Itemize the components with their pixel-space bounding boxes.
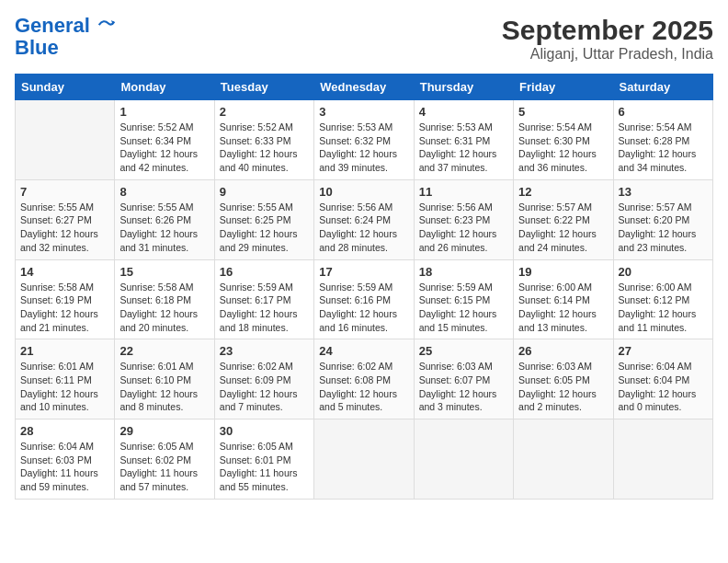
day-detail: Sunrise: 5:57 AM Sunset: 6:22 PM Dayligh… [518,201,608,255]
day-number: 21 [20,344,109,358]
calendar-cell: 29Sunrise: 6:05 AM Sunset: 6:02 PM Dayli… [115,419,214,500]
day-detail: Sunrise: 6:04 AM Sunset: 6:03 PM Dayligh… [20,440,109,494]
day-detail: Sunrise: 6:05 AM Sunset: 6:02 PM Dayligh… [119,440,209,494]
header-thursday: Thursday [414,75,513,100]
calendar-cell: 17Sunrise: 5:59 AM Sunset: 6:16 PM Dayli… [314,259,414,339]
calendar-cell [414,419,513,500]
calendar-cell: 16Sunrise: 5:59 AM Sunset: 6:17 PM Dayli… [214,259,313,339]
calendar-cell: 11Sunrise: 5:56 AM Sunset: 6:23 PM Dayli… [414,179,513,259]
logo-text: General [15,15,116,37]
header-monday: Monday [115,75,214,100]
month-title: September 2025 [502,15,713,46]
day-number: 5 [518,105,608,119]
day-number: 25 [419,344,508,358]
day-detail: Sunrise: 5:55 AM Sunset: 6:25 PM Dayligh… [220,201,309,255]
logo-blue: Blue [15,37,116,59]
calendar-cell: 20Sunrise: 6:00 AM Sunset: 6:12 PM Dayli… [613,259,712,339]
day-detail: Sunrise: 5:54 AM Sunset: 6:30 PM Dayligh… [518,121,608,175]
day-detail: Sunrise: 6:04 AM Sunset: 6:04 PM Dayligh… [619,360,708,414]
day-detail: Sunrise: 5:57 AM Sunset: 6:20 PM Dayligh… [619,201,708,255]
calendar-cell: 12Sunrise: 5:57 AM Sunset: 6:22 PM Dayli… [514,179,613,259]
day-detail: Sunrise: 5:55 AM Sunset: 6:27 PM Dayligh… [20,201,109,255]
day-detail: Sunrise: 5:59 AM Sunset: 6:16 PM Dayligh… [319,281,408,335]
day-number: 13 [619,185,708,199]
day-detail: Sunrise: 5:55 AM Sunset: 6:26 PM Dayligh… [119,201,209,255]
day-number: 2 [220,105,309,119]
day-number: 14 [20,265,109,279]
calendar-cell: 25Sunrise: 6:03 AM Sunset: 6:07 PM Dayli… [414,339,513,419]
day-number: 4 [419,105,508,119]
day-detail: Sunrise: 5:52 AM Sunset: 6:33 PM Dayligh… [220,121,309,175]
day-detail: Sunrise: 6:01 AM Sunset: 6:11 PM Dayligh… [20,360,109,414]
day-number: 10 [319,185,408,199]
header-friday: Friday [514,75,613,100]
calendar-cell: 7Sunrise: 5:55 AM Sunset: 6:27 PM Daylig… [16,179,115,259]
day-detail: Sunrise: 6:02 AM Sunset: 6:08 PM Dayligh… [319,360,408,414]
calendar-cell: 18Sunrise: 5:59 AM Sunset: 6:15 PM Dayli… [414,259,513,339]
location-subtitle: Aliganj, Uttar Pradesh, India [502,46,713,63]
day-number: 29 [119,424,209,438]
day-detail: Sunrise: 5:59 AM Sunset: 6:17 PM Dayligh… [220,281,309,335]
day-number: 26 [518,344,608,358]
calendar-cell: 14Sunrise: 5:58 AM Sunset: 6:19 PM Dayli… [16,259,115,339]
day-number: 23 [220,344,309,358]
day-detail: Sunrise: 5:52 AM Sunset: 6:34 PM Dayligh… [119,121,209,175]
header-sunday: Sunday [16,75,115,100]
calendar-cell: 28Sunrise: 6:04 AM Sunset: 6:03 PM Dayli… [16,419,115,500]
calendar-cell: 8Sunrise: 5:55 AM Sunset: 6:26 PM Daylig… [115,179,214,259]
day-number: 30 [220,424,309,438]
week-row-1: 1Sunrise: 5:52 AM Sunset: 6:34 PM Daylig… [16,100,713,180]
day-number: 22 [119,344,209,358]
calendar-cell: 26Sunrise: 6:03 AM Sunset: 6:05 PM Dayli… [514,339,613,419]
day-number: 8 [119,185,209,199]
day-detail: Sunrise: 5:56 AM Sunset: 6:24 PM Dayligh… [319,201,408,255]
day-detail: Sunrise: 5:54 AM Sunset: 6:28 PM Dayligh… [619,121,708,175]
calendar-cell: 3Sunrise: 5:53 AM Sunset: 6:32 PM Daylig… [314,100,414,180]
calendar-cell: 30Sunrise: 6:05 AM Sunset: 6:01 PM Dayli… [214,419,313,500]
calendar-cell: 23Sunrise: 6:02 AM Sunset: 6:09 PM Dayli… [214,339,313,419]
day-number: 15 [119,265,209,279]
calendar-header-row: SundayMondayTuesdayWednesdayThursdayFrid… [16,75,713,100]
week-row-5: 28Sunrise: 6:04 AM Sunset: 6:03 PM Dayli… [16,419,713,500]
logo: General Blue [15,15,116,59]
calendar-cell: 24Sunrise: 6:02 AM Sunset: 6:08 PM Dayli… [314,339,414,419]
day-number: 28 [20,424,109,438]
calendar-cell: 22Sunrise: 6:01 AM Sunset: 6:10 PM Dayli… [115,339,214,419]
calendar-cell [314,419,414,500]
day-detail: Sunrise: 5:53 AM Sunset: 6:32 PM Dayligh… [319,121,408,175]
day-detail: Sunrise: 6:03 AM Sunset: 6:05 PM Dayligh… [518,360,608,414]
week-row-4: 21Sunrise: 6:01 AM Sunset: 6:11 PM Dayli… [16,339,713,419]
header-saturday: Saturday [613,75,712,100]
calendar-cell: 2Sunrise: 5:52 AM Sunset: 6:33 PM Daylig… [214,100,313,180]
page-header: General Blue September 2025 Aliganj, Utt… [15,15,713,63]
day-number: 11 [419,185,508,199]
day-number: 1 [119,105,209,119]
calendar-cell: 6Sunrise: 5:54 AM Sunset: 6:28 PM Daylig… [613,100,712,180]
calendar-cell [514,419,613,500]
day-detail: Sunrise: 5:58 AM Sunset: 6:19 PM Dayligh… [20,281,109,335]
day-number: 16 [220,265,309,279]
day-detail: Sunrise: 6:02 AM Sunset: 6:09 PM Dayligh… [220,360,309,414]
day-number: 19 [518,265,608,279]
calendar-cell: 10Sunrise: 5:56 AM Sunset: 6:24 PM Dayli… [314,179,414,259]
day-detail: Sunrise: 6:01 AM Sunset: 6:10 PM Dayligh… [119,360,209,414]
day-number: 17 [319,265,408,279]
week-row-2: 7Sunrise: 5:55 AM Sunset: 6:27 PM Daylig… [16,179,713,259]
calendar-cell: 5Sunrise: 5:54 AM Sunset: 6:30 PM Daylig… [514,100,613,180]
day-detail: Sunrise: 5:58 AM Sunset: 6:18 PM Dayligh… [119,281,209,335]
day-number: 20 [619,265,708,279]
day-number: 6 [619,105,708,119]
calendar-cell: 19Sunrise: 6:00 AM Sunset: 6:14 PM Dayli… [514,259,613,339]
week-row-3: 14Sunrise: 5:58 AM Sunset: 6:19 PM Dayli… [16,259,713,339]
day-number: 27 [619,344,708,358]
day-detail: Sunrise: 6:00 AM Sunset: 6:14 PM Dayligh… [518,281,608,335]
day-number: 24 [319,344,408,358]
calendar-cell: 21Sunrise: 6:01 AM Sunset: 6:11 PM Dayli… [16,339,115,419]
day-detail: Sunrise: 5:56 AM Sunset: 6:23 PM Dayligh… [419,201,508,255]
header-wednesday: Wednesday [314,75,414,100]
day-number: 18 [419,265,508,279]
day-detail: Sunrise: 5:53 AM Sunset: 6:31 PM Dayligh… [419,121,508,175]
header-tuesday: Tuesday [214,75,313,100]
day-number: 12 [518,185,608,199]
logo-icon [97,16,116,34]
